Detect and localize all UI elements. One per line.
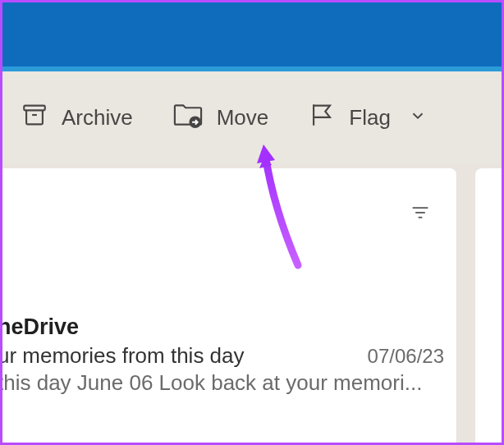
move-label: Move [217, 105, 269, 131]
archive-button[interactable]: Archive [21, 101, 133, 135]
svg-rect-0 [24, 105, 45, 110]
email-sender: neDrive [0, 314, 457, 340]
archive-icon [21, 101, 48, 135]
action-toolbar: Archive Move Flag [2, 71, 502, 163]
email-date: 07/06/23 [368, 345, 457, 368]
email-preview: this day June 06 Look back at your memor… [0, 370, 457, 396]
move-button[interactable]: Move [172, 101, 269, 135]
email-subject: ur memories from this day [0, 343, 245, 369]
content-area: neDrive ur memories from this day 07/06/… [2, 163, 502, 443]
window-title-bar [2, 2, 502, 67]
email-list-item[interactable]: neDrive ur memories from this day 07/06/… [0, 314, 457, 396]
filter-icon[interactable] [409, 201, 432, 227]
flag-icon [308, 101, 336, 135]
flag-label: Flag [349, 105, 391, 131]
adjacent-panel [475, 168, 504, 445]
message-list-panel: neDrive ur memories from this day 07/06/… [1, 168, 456, 445]
chevron-down-icon [409, 105, 427, 131]
archive-label: Archive [62, 105, 133, 131]
folder-move-icon [172, 101, 204, 135]
flag-button[interactable]: Flag [308, 101, 427, 135]
